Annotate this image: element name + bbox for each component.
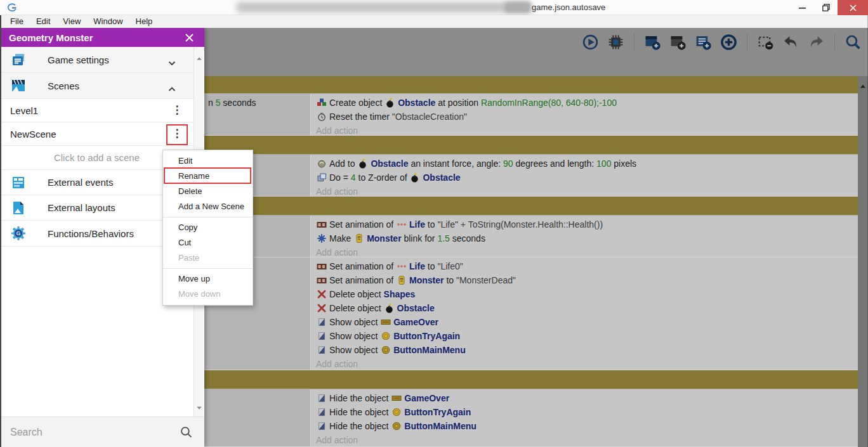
events-scrollbar[interactable] — [858, 76, 868, 447]
add-action-link[interactable]: Add action — [316, 357, 858, 370]
toolbar-undo-button[interactable] — [782, 34, 799, 51]
condition-line[interactable]: n 5 seconds — [208, 96, 310, 110]
life-icon — [397, 219, 407, 230]
action-line[interactable]: Show object GameOver — [316, 315, 858, 329]
toolbar-search-button[interactable] — [845, 34, 862, 51]
search-input[interactable] — [10, 424, 162, 441]
token: Obstacle — [398, 98, 435, 108]
sidebar-item-label: External layouts — [48, 202, 115, 213]
annotation-box-kebab — [166, 124, 188, 145]
event-actions-cell[interactable]: Set animation of Life to "Life0"Set anim… — [311, 257, 858, 370]
scene-item-newscene[interactable]: NewScene ⋮ — [0, 122, 194, 146]
action-line[interactable]: Show object ButtonMainMenu — [316, 343, 858, 357]
token: Add to — [329, 159, 357, 169]
action-line[interactable]: Delete object Obstacle — [316, 301, 858, 315]
search-bar — [0, 417, 204, 447]
scroll-up-icon[interactable] — [860, 79, 865, 91]
event-actions-cell[interactable]: Create object Obstacle at position Rando… — [311, 94, 858, 135]
action-line[interactable]: Show object ButtonTryAgain — [316, 329, 858, 343]
context-menu-item-move-up[interactable]: Move up — [163, 271, 253, 287]
token: 1.5 — [437, 233, 449, 243]
close-button[interactable] — [838, 0, 868, 15]
menubar-item-file[interactable]: File — [4, 15, 30, 28]
scroll-up-icon[interactable] — [197, 51, 202, 63]
event-actions-cell[interactable]: Set animation of Life to "Life" + ToStri… — [311, 216, 858, 257]
token: Show object — [329, 317, 380, 327]
zorder-icon — [317, 172, 327, 183]
token: Obstacle — [423, 172, 460, 183]
coin2-icon — [391, 421, 402, 431]
menubar-item-view[interactable]: View — [56, 15, 87, 28]
token: at position — [435, 98, 481, 108]
minimize-button[interactable] — [791, 0, 814, 15]
life-icon — [397, 261, 407, 271]
menubar-item-help[interactable]: Help — [129, 15, 159, 28]
sidebar-item-scenes[interactable]: Scenes — [0, 73, 194, 99]
close-drawer-icon[interactable] — [185, 33, 194, 45]
action-line[interactable]: Delete object Shapes — [316, 287, 858, 301]
token: Show object — [329, 331, 380, 341]
menubar-item-edit[interactable]: Edit — [30, 15, 56, 28]
action-line[interactable]: Hide the object ButtonTryAgain — [316, 405, 858, 419]
anim-icon — [317, 219, 327, 230]
scene-item-level1[interactable]: Level1 ⋮ — [0, 99, 194, 122]
add-action-link[interactable]: Add action — [316, 245, 858, 257]
token: Obstacle — [397, 303, 435, 313]
action-line[interactable]: Hide the object ButtonMainMenu — [316, 419, 858, 433]
token: Create object — [329, 98, 385, 108]
token: Make — [329, 233, 353, 243]
action-line[interactable]: Hide the object GameOver — [316, 391, 858, 405]
token: pixels — [611, 159, 636, 169]
event-actions-cell[interactable]: Hide the object GameOverHide the object … — [311, 389, 858, 446]
action-line[interactable]: Reset the timer "ObstacleCreation" — [316, 110, 858, 124]
action-line[interactable]: Make Monster blink for 1.5 seconds — [316, 231, 858, 245]
toolbar-delete-event-button[interactable] — [757, 34, 774, 51]
sidebar-item-game-settings[interactable]: Game settings — [0, 47, 194, 73]
context-menu-item-delete[interactable]: Delete — [163, 184, 253, 199]
scenes-icon — [10, 77, 27, 94]
toolbar-debug-button[interactable] — [607, 34, 624, 51]
add-action-link[interactable]: Add action — [316, 124, 858, 135]
token: Set animation of — [329, 261, 396, 271]
action-line[interactable]: Add to Obstacle an instant force, angle:… — [316, 157, 858, 171]
external-events-icon — [10, 174, 27, 191]
menubar-item-window[interactable]: Window — [87, 15, 129, 28]
context-menu-item-copy[interactable]: Copy — [163, 220, 253, 235]
toolbar-add-subevent-button[interactable] — [669, 34, 687, 51]
visibility-icon — [317, 421, 327, 431]
token: GameOver — [393, 317, 438, 327]
context-menu-item-add-a-new-scene[interactable]: Add a New Scene — [163, 199, 253, 214]
action-line[interactable]: Do = 4 to Z-order of Obstacle — [316, 171, 858, 185]
context-menu-item-paste: Paste — [163, 250, 253, 266]
toolbar-add-event-button[interactable] — [644, 34, 661, 51]
token: Show object — [329, 345, 380, 355]
action-line[interactable]: Set animation of Life to "Life" + ToStri… — [316, 217, 858, 231]
action-line[interactable]: Set animation of Life to "Life0" — [316, 259, 858, 273]
restore-button[interactable] — [814, 0, 838, 15]
game-settings-icon — [10, 51, 27, 68]
event-actions-cell[interactable]: Add to Obstacle an instant force, angle:… — [311, 155, 858, 196]
visibility-icon — [317, 317, 327, 327]
add-action-link[interactable]: Add action — [316, 185, 858, 196]
scroll-down-icon[interactable] — [197, 401, 202, 412]
token: RandomInRange(80, 640-80);-100 — [481, 98, 617, 108]
kebab-menu-icon[interactable]: ⋮ — [170, 104, 184, 117]
toolbar-add-plus-button[interactable] — [720, 34, 737, 51]
toolbar-add-comment-button[interactable] — [695, 34, 712, 51]
context-menu-item-move-down: Move down — [163, 287, 253, 302]
token: ButtonTryAgain — [404, 407, 471, 417]
token: Hide the object — [329, 421, 391, 431]
add-action-link[interactable]: Add action — [316, 433, 858, 446]
force-icon — [317, 159, 327, 169]
toolbar-redo-button[interactable] — [808, 34, 825, 51]
context-menu-item-cut[interactable]: Cut — [163, 235, 253, 250]
toolbar-play-button[interactable] — [582, 34, 599, 51]
bomb-icon — [410, 172, 420, 183]
context-menu-item-edit[interactable]: Edit — [163, 153, 253, 169]
action-line[interactable]: Set animation of Monster to "MonsterDead… — [316, 273, 858, 287]
toolbar-separator — [834, 34, 835, 50]
token: to — [425, 219, 437, 230]
anim-icon — [317, 275, 327, 285]
action-line[interactable]: Create object Obstacle at position Rando… — [316, 96, 858, 110]
token: "Life0" — [437, 261, 463, 271]
